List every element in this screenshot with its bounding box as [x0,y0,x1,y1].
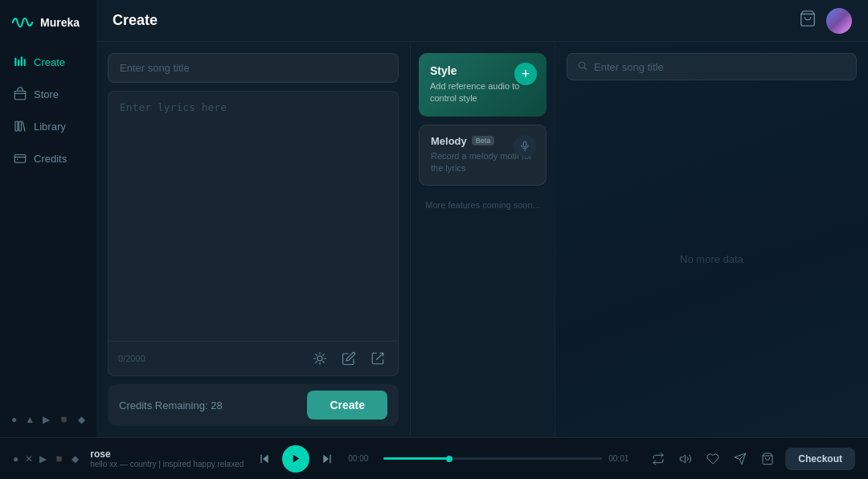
search-input[interactable] [594,61,846,73]
twitter-icon[interactable]: ▲ [25,413,35,426]
style-add-button[interactable]: + [514,63,537,85]
lyrics-box: 0/2000 [108,91,399,376]
song-editor-panel: 0/2000 [96,42,410,437]
social-links: ● ▲ ▶ ◾ ◆ [0,402,96,437]
sidebar-item-library[interactable]: Library [5,111,92,141]
svg-rect-5 [15,121,18,131]
header: Create [96,0,868,42]
store-icon [13,87,27,101]
more-features-text: More features coming soon... [419,194,547,216]
melody-card-title: Melody [431,135,467,147]
player-track-title: rose [90,448,244,460]
features-panel: Style Add reference audio to control sty… [410,42,555,437]
create-button[interactable]: Create [307,391,387,420]
search-icon [577,60,588,73]
beta-badge: Beta [472,136,495,145]
sidebar-item-credits-label: Credits [34,153,67,165]
player-controls [255,445,337,473]
header-actions [799,8,852,34]
lyrics-actions [309,348,388,369]
sidebar-item-create[interactable]: Create [5,47,92,77]
instagram-icon[interactable]: ● [11,413,17,426]
lyrics-action-btn-2[interactable] [338,348,359,369]
mureka-logo-icon [11,14,34,31]
svg-marker-17 [324,454,330,463]
svg-rect-7 [14,155,26,163]
player-progress-area: 00:00 00:01 [348,454,637,463]
discord-icon[interactable]: ◆ [78,413,85,426]
lyrics-count: 0/2000 [118,354,145,363]
svg-marker-16 [293,455,299,463]
player-volume-button[interactable] [676,449,695,469]
style-card[interactable]: Style Add reference audio to control sty… [419,53,547,117]
svg-rect-18 [330,454,331,463]
checkout-button[interactable]: Checkout [785,448,855,470]
player-social-icons: ● ✕ ▶ ◾ ◆ [13,453,79,465]
player-track-info: rose hello xx — country | inspired happy… [90,448,244,469]
create-bar: Credits Remaining: 28 Create [108,384,399,426]
player-track-meta: hello xx — country | inspired happy rela… [90,460,244,469]
player-time-total: 00:01 [608,454,637,463]
svg-rect-6 [19,121,22,131]
sidebar-nav: Create Store [0,47,96,174]
svg-marker-19 [681,455,686,462]
player-play-button[interactable] [282,445,309,473]
svg-point-9 [317,356,322,361]
credits-remaining: Credits Remaining: 28 [119,399,299,411]
sidebar-item-store-label: Store [34,88,59,100]
player-time-current: 00:00 [348,454,377,463]
player-instagram-icon[interactable]: ● [13,453,18,465]
progress-dot [446,456,452,462]
library-icon [13,119,27,133]
youtube-icon[interactable]: ◾ [58,413,70,426]
player-youtube-icon[interactable]: ◾ [53,453,65,465]
sidebar-item-credits[interactable]: Credits [5,143,92,174]
svg-rect-2 [21,56,23,66]
player-twitter-icon[interactable]: ✕ [25,453,33,465]
sidebar: Mureka Create [0,0,96,437]
sidebar-item-store[interactable]: Store [5,79,92,109]
svg-rect-4 [14,91,26,100]
player-right-actions: Checkout [649,448,855,470]
player-next-button[interactable] [317,449,337,469]
style-card-description: Add reference audio to control style [430,80,535,105]
svg-rect-3 [24,59,26,66]
svg-line-10 [377,353,383,359]
logo: Mureka [0,0,96,47]
player-like-button[interactable] [703,449,723,469]
logo-text: Mureka [40,16,80,29]
player-cart-button[interactable] [758,449,777,469]
search-bar [567,53,857,80]
svg-rect-0 [14,58,16,67]
search-results-panel: No more data [555,42,868,437]
melody-mic-button[interactable] [514,135,536,158]
music-icon [13,55,27,69]
user-avatar[interactable] [826,8,852,34]
no-data-message: No more data [567,92,857,426]
player-discord-icon[interactable]: ◆ [72,453,79,465]
lyrics-action-btn-3[interactable] [367,348,388,369]
lyrics-textarea[interactable] [108,92,398,341]
lyrics-footer: 0/2000 [108,341,398,375]
svg-rect-1 [18,59,19,66]
sidebar-item-create-label: Create [34,56,65,68]
player-bar: ● ✕ ▶ ◾ ◆ rose hello xx — country | insp… [0,437,868,479]
lyrics-action-btn-1[interactable] [309,348,330,369]
player-share-button[interactable] [731,449,750,469]
sidebar-item-library-label: Library [34,121,66,133]
song-title-input[interactable] [108,53,399,83]
progress-bar[interactable] [383,457,602,460]
svg-marker-14 [263,454,268,463]
cart-icon[interactable] [799,10,817,31]
main-content: 0/2000 [96,42,868,437]
svg-rect-11 [523,141,526,147]
svg-point-8 [17,159,18,161]
player-prev-button[interactable] [255,449,274,469]
credits-icon [13,151,27,166]
tiktok-icon[interactable]: ▶ [43,413,50,426]
player-repeat-button[interactable] [649,449,668,469]
page-title: Create [113,12,799,29]
progress-fill [383,457,449,460]
melody-card[interactable]: Melody Beta Record a melody motif for th… [419,125,547,186]
player-tiktok-icon[interactable]: ▶ [39,453,47,465]
